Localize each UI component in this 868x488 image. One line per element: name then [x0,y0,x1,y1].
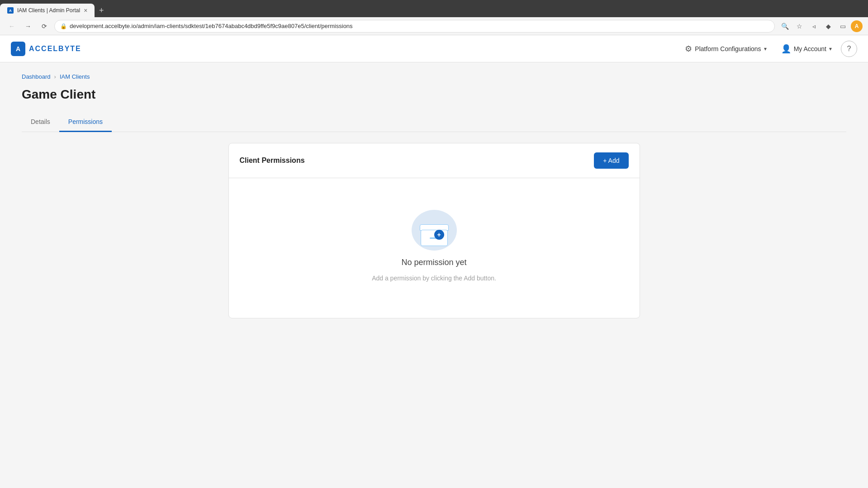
user-avatar[interactable]: A [851,20,863,32]
url-text: development.accelbyte.io/admin/iam-clien… [70,23,769,29]
browser-chrome: A IAM Clients | Admin Portal × + ← → ⟳ 🔒… [0,0,868,35]
lock-icon: 🔒 [60,23,67,29]
zoom-button[interactable]: 🔍 [778,20,791,33]
tab-favicon: A [7,7,14,14]
logo-icon: A [11,42,25,56]
tab-title: IAM Clients | Admin Portal [17,7,80,14]
my-account-button[interactable]: 👤 My Account ▾ [776,40,837,57]
logo-initial: A [16,45,20,52]
logo-text: ACCELBYTE [29,45,81,53]
page-title: Game Client [22,87,846,102]
browser-tab-active[interactable]: A IAM Clients | Admin Portal × [0,4,95,17]
tab-permissions[interactable]: Permissions [59,113,112,132]
help-icon: ? [847,45,851,53]
platform-configurations-chevron: ▾ [764,46,767,52]
help-button[interactable]: ? [841,41,857,57]
extension-icon[interactable]: ◆ [822,20,835,33]
plus-badge: + [434,230,444,240]
back-button[interactable]: ← [5,20,18,33]
platform-configurations-label: Platform Configurations [695,45,761,52]
empty-state: + No permission yet Add a permission by … [229,178,640,318]
forward-button[interactable]: → [22,20,34,33]
tab-close-button[interactable]: × [84,7,87,14]
app-header: A ACCELBYTE ⚙ Platform Configurations ▾ … [0,35,868,62]
browser-tabs: A IAM Clients | Admin Portal × + [0,0,868,17]
split-button[interactable]: ▭ [836,20,849,33]
my-account-label: My Account [794,45,826,52]
user-icon: 👤 [781,44,791,54]
card-header: Client Permissions + Add [229,143,640,178]
gear-icon: ⚙ [685,44,692,54]
browser-controls: ← → ⟳ 🔒 development.accelbyte.io/admin/i… [0,17,868,35]
empty-box: + [421,230,448,246]
breadcrumb-dashboard[interactable]: Dashboard [22,73,51,80]
client-permissions-card: Client Permissions + Add + No permission… [228,143,640,318]
refresh-button[interactable]: ⟳ [38,20,51,33]
tab-details[interactable]: Details [22,113,59,132]
new-tab-button[interactable]: + [95,4,108,17]
app-header-actions: ⚙ Platform Configurations ▾ 👤 My Account… [679,40,857,57]
tabs: Details Permissions [22,113,846,132]
breadcrumb: Dashboard › IAM Clients [22,73,846,80]
browser-actions: 🔍 ☆ ◃ ◆ ▭ A [778,20,863,33]
empty-state-subtitle: Add a permission by clicking the Add but… [372,275,496,282]
add-permission-button[interactable]: + Add [594,152,628,169]
box-body [421,230,448,246]
extensions-button[interactable]: ◃ [807,20,820,33]
main-content: Dashboard › IAM Clients Game Client Deta… [0,62,868,329]
my-account-chevron: ▾ [829,46,832,52]
empty-illustration: + [407,205,461,251]
card-title: Client Permissions [240,156,305,165]
breadcrumb-iam-clients[interactable]: IAM Clients [60,73,90,80]
address-bar[interactable]: 🔒 development.accelbyte.io/admin/iam-cli… [54,20,775,33]
breadcrumb-separator: › [54,73,56,80]
empty-state-title: No permission yet [401,258,466,267]
platform-configurations-button[interactable]: ⚙ Platform Configurations ▾ [679,40,772,57]
app-logo: A ACCELBYTE [11,42,679,56]
bookmark-button[interactable]: ☆ [793,20,806,33]
